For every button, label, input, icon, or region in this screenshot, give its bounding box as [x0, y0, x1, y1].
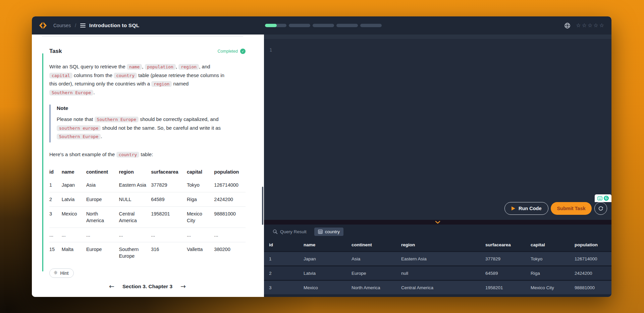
- inline-code: name: [127, 64, 142, 70]
- cell: Mexico City: [526, 280, 570, 295]
- cell: 126714000: [214, 178, 246, 192]
- menu-icon[interactable]: [80, 23, 86, 27]
- grammarly-icon[interactable]: G: [604, 196, 609, 201]
- inline-code: capital: [49, 73, 72, 78]
- extension-badge: G: [595, 194, 611, 202]
- cell: Japan: [299, 252, 346, 266]
- column-header: surfacearea: [151, 166, 187, 178]
- hint-button[interactable]: ☼ Hint: [49, 268, 74, 278]
- cell: 377829: [151, 178, 187, 192]
- progress-fill: [265, 24, 277, 27]
- logo-icon[interactable]: [39, 21, 47, 30]
- cell: 15: [49, 242, 62, 263]
- task-description: Write an SQL query to retrieve the name,…: [49, 63, 228, 97]
- note-body: Please note that Southern Europe should …: [57, 115, 226, 141]
- section-divider: [42, 36, 243, 37]
- cell: Mexico: [62, 206, 86, 228]
- editor-top-strip: [264, 35, 611, 39]
- cell: 64589: [151, 192, 187, 206]
- star-icon[interactable]: ☆: [593, 23, 598, 28]
- workspace-panel: 1 G Run Code Submit Task: [264, 35, 611, 297]
- table-row: 2LatviaEuropeNULL64589Riga2424200: [49, 192, 246, 206]
- cell: Asia: [86, 178, 119, 192]
- column-header: capital: [526, 239, 570, 252]
- prev-chapter-arrow[interactable]: ←: [109, 283, 114, 290]
- task-heading: Task: [49, 48, 62, 55]
- globe-icon[interactable]: [564, 22, 571, 29]
- results-tabbar: Query Result country: [264, 225, 611, 239]
- star-icon[interactable]: ☆: [576, 23, 581, 28]
- inline-code: region: [178, 64, 199, 70]
- star-icon[interactable]: ☆: [588, 23, 592, 28]
- breadcrumb-separator: /: [75, 23, 76, 28]
- progress-segment[interactable]: [289, 24, 310, 27]
- cell: 2424200: [214, 192, 246, 206]
- cell: Japan: [62, 178, 86, 192]
- cell: Central America: [396, 280, 480, 295]
- inline-code: country: [116, 152, 140, 158]
- cell: 98881000: [570, 280, 611, 295]
- tab-query-result[interactable]: Query Result: [269, 228, 310, 236]
- course-title: Introduction to SQL: [89, 22, 139, 28]
- cell: Valletta: [187, 242, 214, 263]
- cell: Eastern Asia: [396, 252, 480, 266]
- cell: Riga: [187, 192, 214, 206]
- cell: Tokyo: [187, 178, 214, 192]
- inline-code: region: [151, 81, 172, 87]
- progress-segment[interactable]: [360, 24, 382, 27]
- star-icon[interactable]: ☆: [582, 23, 587, 28]
- tab-country[interactable]: country: [314, 228, 343, 236]
- cell: Europe: [86, 242, 119, 263]
- table-header-row: idnamecontinentregionsurfaceareacapitalp…: [49, 166, 246, 178]
- active-chapter-rail: [42, 53, 43, 271]
- cell: 98881000: [214, 206, 246, 228]
- column-header: capital: [187, 166, 214, 178]
- cell: ...: [62, 228, 86, 242]
- results-panel: Query Result country: [264, 225, 611, 297]
- run-code-label: Run Code: [519, 206, 541, 211]
- refresh-icon: [598, 205, 604, 211]
- example-table: idnamecontinentregionsurfaceareacapitalp…: [49, 166, 246, 263]
- cell: Tokyo: [526, 252, 570, 266]
- column-header: surfacearea: [480, 239, 526, 252]
- cell: ...: [187, 228, 214, 242]
- keyboard-icon[interactable]: [597, 196, 602, 200]
- progress-bars: [265, 24, 382, 27]
- app-window: Courses / Introduction to SQL ☆☆☆☆☆ Task: [32, 16, 611, 297]
- cell: 1: [264, 252, 299, 266]
- cell: Asia: [346, 252, 396, 266]
- table-row: 3MexicoNorth AmericaCentral America19582…: [264, 280, 611, 295]
- refresh-button[interactable]: [594, 202, 607, 215]
- progress-segment[interactable]: [265, 24, 286, 27]
- tab-label: Query Result: [280, 229, 307, 234]
- next-chapter-arrow[interactable]: →: [180, 283, 186, 290]
- run-code-button[interactable]: Run Code: [504, 202, 548, 215]
- star-icon[interactable]: ☆: [599, 23, 604, 28]
- inline-code: Southern Europe: [95, 117, 139, 122]
- table-row: 3MexicoNorth AmericaCentral America19582…: [49, 206, 246, 228]
- inline-code: southern europe: [57, 125, 101, 131]
- cell: ...: [86, 228, 119, 242]
- cell: 64589: [480, 266, 526, 280]
- panel-collapse-divider[interactable]: [264, 220, 611, 225]
- cell: Mexico: [299, 280, 346, 295]
- cell: ...: [214, 228, 246, 242]
- scrollbar-thumb[interactable]: [262, 187, 263, 225]
- task-content: Task Completed ✓ Write an SQL query to r…: [49, 39, 246, 278]
- main-area: Task Completed ✓ Write an SQL query to r…: [32, 35, 611, 297]
- code-editor[interactable]: 1 G Run Code Submit Task: [264, 35, 611, 220]
- cell: 377829: [480, 252, 526, 266]
- progress-segment[interactable]: [336, 24, 358, 27]
- cell: 1958201: [480, 280, 526, 295]
- submit-task-button[interactable]: Submit Task: [551, 202, 592, 215]
- status-label: Completed: [218, 49, 238, 54]
- table-row: 1JapanAsiaEastern Asia377829Tokyo1267140…: [49, 178, 246, 192]
- column-header: id: [264, 239, 299, 252]
- cell: 126714000: [570, 252, 611, 266]
- column-header: region: [396, 239, 480, 252]
- table-header-row: idnamecontinentregionsurfaceareacapitalp…: [264, 239, 611, 252]
- note-heading: Note: [57, 105, 226, 111]
- cell: 316: [151, 242, 187, 263]
- breadcrumb-courses[interactable]: Courses: [53, 23, 71, 28]
- progress-segment[interactable]: [313, 24, 334, 27]
